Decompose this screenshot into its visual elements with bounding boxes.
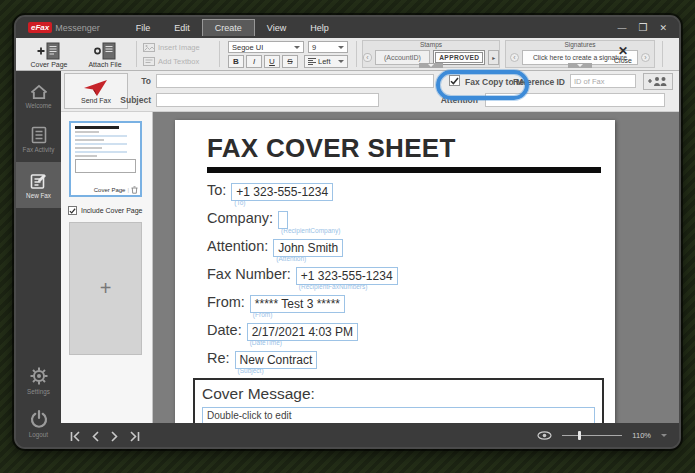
signatures-prev-icon[interactable]: ‹	[510, 53, 519, 62]
field-row-company: Company: (RecipientCompany)	[207, 210, 592, 228]
fax-cover-sheet-page[interactable]: FAX COVER SHEET To: +1 323-555-1234(To) …	[175, 120, 615, 423]
add-page-button[interactable]: +	[69, 222, 142, 355]
cover-message-box: Cover Message: Double-click to edit	[193, 378, 604, 423]
window-controls: — ❐ ✕	[617, 23, 667, 33]
efax-logo-icon: eFax	[28, 22, 52, 33]
checkmark-icon	[450, 77, 459, 85]
zoom-level: 110%	[632, 431, 651, 440]
menu-help[interactable]: Help	[298, 20, 341, 36]
zoom-slider[interactable]	[562, 430, 622, 441]
reference-id-input[interactable]	[570, 74, 636, 88]
to-field-box[interactable]: +1 323-555-1234	[231, 183, 333, 201]
sidebar-item-new-fax[interactable]: New Fax	[16, 162, 61, 208]
strikethrough-button[interactable]: S	[282, 55, 298, 68]
stamps-prev-icon[interactable]: ‹	[363, 53, 372, 62]
ribbon-separator	[219, 41, 220, 67]
ribbon: Cover Page Attach File Insert Image Add …	[16, 38, 679, 71]
chevron-down-icon	[338, 60, 344, 63]
fax-activity-icon	[31, 126, 47, 144]
close-ribbon-button[interactable]: ✕ Close	[602, 41, 644, 68]
add-recipient-button[interactable]	[643, 73, 673, 90]
cover-sheet-fields: To: +1 323-555-1234(To) Company: (Recipi…	[207, 182, 592, 368]
align-dropdown[interactable]: Left	[304, 55, 348, 68]
chevron-down-icon	[338, 46, 344, 49]
menu-view[interactable]: View	[255, 20, 298, 36]
zoom-slider-handle[interactable]	[578, 431, 581, 440]
sidebar-item-settings[interactable]: Settings	[16, 360, 61, 400]
minimize-icon[interactable]: —	[617, 23, 626, 33]
field-row-to: To: +1 323-555-1234(To)	[207, 182, 592, 200]
cover-page-button[interactable]: Cover Page	[22, 40, 76, 69]
menubar: File Edit Create View Help	[124, 17, 341, 38]
to-input[interactable]	[156, 74, 434, 88]
first-page-icon[interactable]	[69, 431, 81, 442]
next-page-icon[interactable]	[110, 431, 119, 442]
zoom-dropdown-icon[interactable]	[661, 434, 667, 437]
field-row-attention: Attention: John Smith(Attention)	[207, 238, 592, 256]
include-cover-page-row: Include Cover Page	[68, 206, 142, 215]
field-row-date: Date: 2/17/2021 4:03 PM(DateTime)	[207, 322, 592, 340]
menu-file[interactable]: File	[124, 20, 163, 36]
cover-page-icon	[37, 42, 61, 60]
attach-file-icon	[93, 42, 117, 60]
field-row-fax-number: Fax Number: +1 323-555-1234(RecipientFax…	[207, 266, 592, 284]
menu-create[interactable]: Create	[202, 19, 255, 36]
stamps-expand-icon[interactable]	[419, 63, 443, 68]
ribbon-separator	[356, 41, 357, 67]
sidebar-item-logout[interactable]: Logout	[16, 403, 61, 443]
product-name: Messenger	[55, 23, 100, 33]
reference-id-label: Reference ID	[509, 77, 565, 87]
titlebar: eFax Messenger File Edit Create View Hel…	[16, 17, 679, 38]
sidebar: Welcome Fax Activity New Fax Settings Lo…	[16, 71, 61, 449]
checkmark-icon	[69, 208, 76, 214]
to-label: To	[91, 76, 151, 86]
include-cover-page-checkbox[interactable]	[68, 206, 77, 215]
compose-bar: Send Fax To Fax Copy to Me Reference ID …	[61, 71, 681, 112]
maximize-icon[interactable]: ❐	[638, 23, 647, 33]
font-size-dropdown[interactable]: 9	[308, 41, 348, 53]
power-icon	[29, 409, 49, 429]
sidebar-item-fax-activity[interactable]: Fax Activity	[16, 119, 61, 159]
insert-image-button: Insert Image	[143, 43, 200, 52]
insert-image-icon	[143, 43, 155, 52]
subject-input[interactable]	[156, 93, 379, 107]
bold-button[interactable]: B	[228, 55, 244, 68]
field-row-from: From: ***** Test 3 *****(From)	[207, 294, 592, 312]
title-underline	[207, 167, 601, 173]
zoom-slider-track	[562, 435, 622, 436]
thumbnail-caption: Cover Page |	[94, 186, 138, 194]
stamps-gallery: Stamps ‹ (AccountID) APPROVED ▸	[362, 40, 500, 68]
trash-icon[interactable]	[131, 186, 138, 194]
align-left-icon	[308, 58, 316, 65]
add-textbox-icon	[143, 57, 155, 66]
cover-message-label: Cover Message:	[202, 385, 595, 403]
sidebar-spacer	[16, 211, 61, 360]
attach-file-button[interactable]: Attach File	[78, 40, 132, 69]
preview-eye-icon[interactable]	[537, 431, 552, 440]
new-fax-icon	[30, 172, 48, 190]
ribbon-separator	[136, 41, 137, 67]
subject-label: Subject	[81, 95, 151, 105]
cover-page-thumbnail[interactable]: Cover Page |	[69, 121, 142, 197]
gear-icon	[29, 366, 49, 386]
attention-input[interactable]	[485, 93, 665, 107]
signatures-expand-icon[interactable]	[568, 63, 592, 68]
underline-button[interactable]: U	[264, 55, 280, 68]
italic-button[interactable]: I	[246, 55, 262, 68]
page-title: FAX COVER SHEET	[207, 133, 615, 164]
menu-edit[interactable]: Edit	[162, 20, 202, 36]
cover-message-editor[interactable]: Double-click to edit	[202, 407, 595, 423]
include-cover-page-label: Include Cover Page	[81, 207, 142, 214]
last-page-icon[interactable]	[129, 431, 141, 442]
previous-page-icon[interactable]	[91, 431, 100, 442]
ribbon-separator	[662, 41, 663, 67]
font-family-dropdown[interactable]: Segoe UI	[228, 41, 304, 53]
add-contacts-icon	[647, 76, 669, 87]
fax-copy-checkbox[interactable]	[449, 75, 460, 86]
sidebar-item-welcome[interactable]: Welcome	[16, 76, 61, 116]
close-window-icon[interactable]: ✕	[659, 23, 667, 33]
app-logo: eFax Messenger	[28, 22, 100, 33]
field-row-re: Re: New Contract(Subject)	[207, 350, 592, 368]
pages-panel: Cover Page | Include Cover Page +	[61, 112, 153, 423]
stamps-next-button[interactable]: ▸	[488, 50, 499, 65]
